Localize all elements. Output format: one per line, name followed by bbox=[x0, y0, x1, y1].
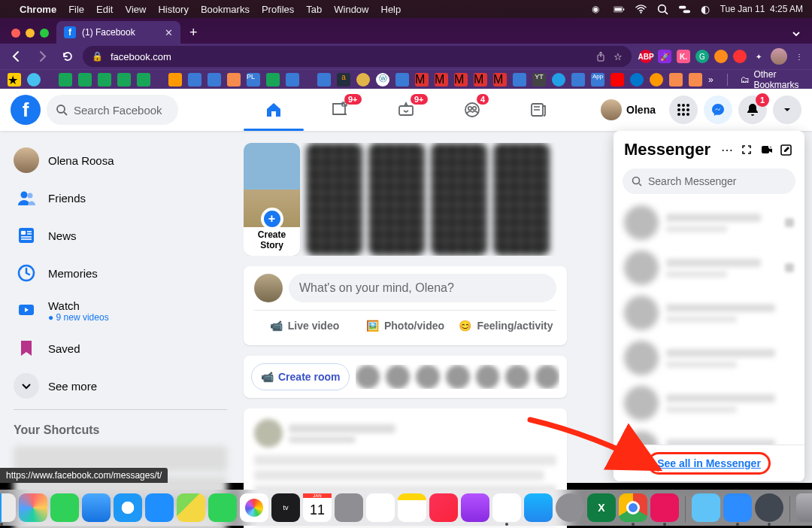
bookmark-icon[interactable] bbox=[317, 73, 331, 86]
nav-home-tab[interactable] bbox=[244, 90, 304, 130]
sidebar-memories[interactable]: Memories bbox=[6, 254, 235, 292]
nav-groups-tab[interactable]: 4 bbox=[442, 90, 502, 130]
dock-folder[interactable] bbox=[692, 493, 720, 522]
dock-music[interactable] bbox=[429, 493, 458, 522]
contact-avatar[interactable] bbox=[446, 365, 470, 389]
bookmark-icon[interactable]: YT bbox=[532, 73, 546, 86]
composer-feeling[interactable]: 😊Feeling/activity bbox=[456, 314, 556, 338]
minimize-window-button[interactable] bbox=[26, 29, 35, 38]
contact-avatar[interactable] bbox=[476, 365, 500, 389]
address-bar[interactable]: 🔒 facebook.com ☆ bbox=[83, 46, 632, 67]
dock-facetime[interactable] bbox=[208, 493, 237, 522]
post-author-avatar[interactable] bbox=[254, 419, 283, 448]
close-tab-icon[interactable]: ✕ bbox=[165, 27, 173, 38]
messenger-video-call-icon[interactable]: + bbox=[759, 140, 774, 159]
spotlight-icon[interactable] bbox=[657, 4, 668, 15]
bookmark-icon[interactable] bbox=[117, 73, 131, 86]
bookmark-icon[interactable] bbox=[168, 73, 182, 86]
other-bookmarks-folder[interactable]: 🗂Other Bookmarks bbox=[741, 69, 799, 89]
dock-appletv[interactable]: tv bbox=[271, 493, 300, 522]
menubar-window[interactable]: Window bbox=[334, 4, 368, 15]
profile-chip[interactable]: Olena bbox=[598, 97, 663, 123]
bookmark-icon[interactable] bbox=[286, 73, 299, 86]
maximize-window-button[interactable] bbox=[40, 29, 49, 38]
bookmark-icon[interactable] bbox=[513, 73, 526, 86]
dock-quicktime[interactable] bbox=[755, 493, 783, 522]
messenger-button[interactable] bbox=[704, 96, 732, 124]
dock-notes[interactable] bbox=[398, 493, 426, 522]
new-tab-button[interactable]: + bbox=[180, 25, 207, 44]
contact-avatar[interactable] bbox=[386, 365, 410, 389]
menubar-datetime[interactable]: Tue Jan 11 4:25 AM bbox=[720, 4, 803, 14]
bookmark-icon[interactable]: M bbox=[454, 73, 468, 86]
conversation-item[interactable] bbox=[618, 426, 800, 445]
ext-adblock-icon[interactable]: ABP bbox=[639, 50, 653, 63]
back-button[interactable] bbox=[6, 46, 27, 67]
composer-live-video[interactable]: 📹Live video bbox=[254, 314, 355, 338]
bookmark-icon[interactable] bbox=[395, 73, 409, 86]
bookmark-icon[interactable] bbox=[137, 73, 150, 86]
bookmark-icon[interactable]: M bbox=[435, 73, 448, 86]
dock-trash[interactable] bbox=[796, 493, 812, 522]
sidebar-profile[interactable]: Olena Roosa bbox=[6, 141, 235, 179]
nav-watch-tab[interactable]: 9+ bbox=[310, 90, 370, 130]
bookmark-icon[interactable] bbox=[27, 73, 41, 86]
bookmark-icon[interactable]: M bbox=[493, 73, 507, 86]
bookmark-icon[interactable]: ⓦ bbox=[376, 73, 389, 86]
conversation-item[interactable] bbox=[618, 290, 800, 335]
menubar-file[interactable]: File bbox=[68, 4, 84, 15]
bookmark-icon[interactable] bbox=[611, 73, 624, 86]
bookmark-icon[interactable]: M bbox=[474, 73, 487, 86]
dock-messages[interactable] bbox=[50, 493, 79, 522]
reload-button[interactable] bbox=[57, 46, 78, 67]
facebook-search-input[interactable]: Search Facebook bbox=[47, 95, 178, 125]
bookmark-icon[interactable]: ★ bbox=[8, 73, 21, 86]
create-room-button[interactable]: 📹Create room bbox=[251, 363, 350, 390]
dock-calendar[interactable]: JAN11 bbox=[303, 493, 332, 522]
dock-safari[interactable] bbox=[114, 493, 142, 522]
bookmark-icon[interactable] bbox=[356, 73, 370, 86]
record-status-icon[interactable]: ◉ bbox=[592, 4, 603, 15]
bookmark-star-icon[interactable]: ☆ bbox=[614, 51, 623, 62]
bookmark-icon[interactable] bbox=[650, 73, 663, 86]
story-card[interactable] bbox=[306, 143, 362, 256]
menubar-history[interactable]: History bbox=[158, 4, 188, 15]
messenger-new-message-icon[interactable] bbox=[779, 140, 794, 159]
story-card[interactable] bbox=[431, 143, 487, 256]
ext-red-icon[interactable] bbox=[733, 50, 747, 63]
menubar-app[interactable]: Chrome bbox=[20, 4, 56, 15]
extensions-menu-icon[interactable]: ✦ bbox=[752, 50, 765, 63]
nav-news-tab[interactable] bbox=[508, 90, 568, 130]
menubar-view[interactable]: View bbox=[125, 4, 146, 15]
dock-finder[interactable] bbox=[0, 493, 16, 522]
control-center-icon[interactable] bbox=[679, 4, 690, 15]
sidebar-friends[interactable]: Friends bbox=[6, 179, 235, 217]
bookmark-icon[interactable] bbox=[59, 73, 72, 86]
bookmark-icon[interactable] bbox=[571, 73, 585, 86]
composer-input[interactable]: What's on your mind, Olena? bbox=[289, 274, 556, 302]
browser-tab-facebook[interactable]: (1) Facebook ✕ bbox=[56, 21, 180, 44]
contact-avatar[interactable] bbox=[505, 365, 529, 389]
dock-chrome[interactable] bbox=[619, 493, 647, 522]
bookmark-icon[interactable] bbox=[552, 73, 565, 86]
dock-zoom[interactable] bbox=[723, 493, 752, 522]
menubar-bookmarks[interactable]: Bookmarks bbox=[201, 4, 250, 15]
chrome-profile-avatar[interactable] bbox=[771, 48, 787, 65]
wifi-icon[interactable] bbox=[635, 4, 647, 15]
notifications-button[interactable]: 1 bbox=[738, 96, 767, 124]
bookmark-icon[interactable]: a bbox=[337, 73, 350, 86]
ext-k-icon[interactable]: K. bbox=[677, 50, 690, 63]
menubar-tab[interactable]: Tab bbox=[306, 4, 322, 15]
bookmarks-overflow-icon[interactable]: » bbox=[708, 74, 714, 85]
dock-reminders[interactable] bbox=[366, 493, 395, 522]
contact-avatar[interactable] bbox=[416, 365, 440, 389]
close-window-button[interactable] bbox=[11, 29, 20, 38]
bookmark-icon[interactable] bbox=[227, 73, 241, 86]
battery-icon[interactable] bbox=[614, 4, 625, 15]
ext-grammarly-icon[interactable]: G bbox=[695, 50, 709, 63]
menubar-help[interactable]: Help bbox=[381, 4, 401, 15]
sidebar-saved[interactable]: Saved bbox=[6, 329, 235, 367]
dock-excel[interactable]: X bbox=[587, 493, 616, 522]
forward-button[interactable] bbox=[32, 46, 53, 67]
story-card[interactable] bbox=[368, 143, 425, 256]
